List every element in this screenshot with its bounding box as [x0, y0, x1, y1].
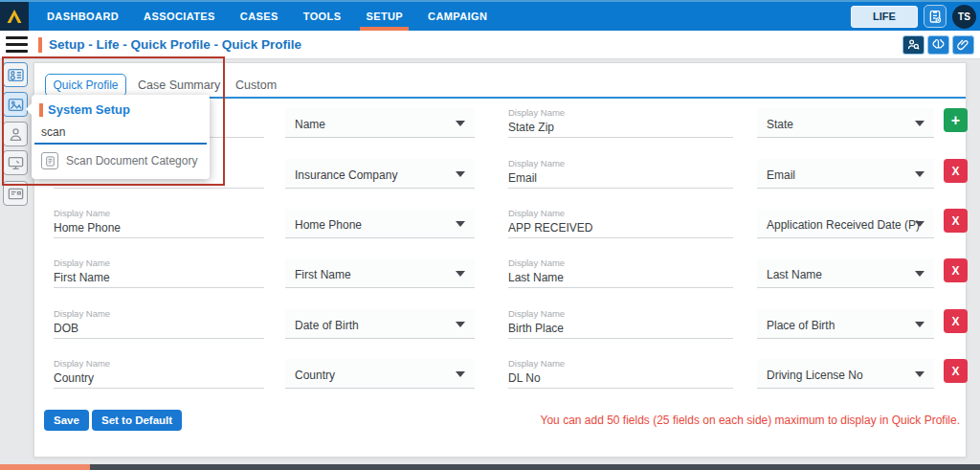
- select-value: First Name: [295, 268, 351, 281]
- display-name-field[interactable]: Display Name DL No: [508, 357, 733, 389]
- person-search-button[interactable]: [902, 35, 924, 55]
- scan-document-icon: [41, 152, 58, 169]
- display-name-field[interactable]: Display Name DOB: [54, 307, 264, 339]
- field-select[interactable]: Application Received Date (P): [757, 209, 934, 238]
- brand-a-icon: [5, 7, 24, 26]
- remove-field-button[interactable]: X: [944, 359, 968, 383]
- sidebar-item-media[interactable]: [3, 92, 28, 117]
- remove-field-button[interactable]: X: [944, 258, 968, 282]
- display-name-field[interactable]: Display Name Last Name: [508, 257, 733, 288]
- search-result-scan-document-category[interactable]: Scan Document Category: [32, 145, 210, 179]
- tab-case-summary[interactable]: Case Summary: [138, 78, 220, 92]
- field-row: Display Name Country Country Display Nam…: [34, 357, 966, 392]
- select-value: Last Name: [767, 268, 822, 281]
- nav-item-campaign[interactable]: CAMPAIGN: [415, 2, 500, 31]
- person-search-icon: [906, 37, 921, 52]
- chevron-down-icon: [915, 271, 924, 277]
- remove-field-button[interactable]: X: [944, 159, 968, 183]
- bottom-progress-bar: [0, 464, 980, 470]
- id-badge-icon: [7, 185, 25, 203]
- display-name-field[interactable]: Display Name APP RECEIVED: [508, 207, 733, 238]
- select-value: Home Phone: [295, 218, 362, 232]
- sidebar-item-associate-setup[interactable]: [3, 62, 28, 87]
- system-setup-search-input[interactable]: scan: [34, 123, 207, 145]
- nav-items: DASHBOARD ASSOCIATES CASES TOOLS SETUP C…: [34, 2, 500, 31]
- field-select[interactable]: Last Name: [757, 258, 934, 288]
- attach-button[interactable]: [952, 35, 974, 55]
- sidebar-item-workstation[interactable]: [3, 150, 28, 175]
- app-screen: DASHBOARD ASSOCIATES CASES TOOLS SETUP C…: [0, 0, 980, 470]
- popover-header: System Setup: [32, 95, 210, 120]
- popover-accent: [39, 103, 43, 117]
- field-select[interactable]: State: [757, 108, 934, 138]
- field-label: Display Name: [54, 307, 264, 319]
- add-field-button[interactable]: +: [944, 108, 968, 132]
- field-value: Email: [508, 171, 733, 185]
- display-name-field[interactable]: Display Name Country: [54, 357, 264, 389]
- photo-icon: [7, 96, 25, 114]
- field-select[interactable]: Place of Birth: [757, 309, 934, 339]
- field-label: Display Name: [508, 257, 733, 268]
- field-row: Display Name Home Phone Home Phone Displ…: [34, 207, 966, 241]
- sidebar-item-card[interactable]: [3, 181, 28, 206]
- paperclip-icon: [956, 37, 970, 52]
- chevron-down-icon: [456, 221, 465, 227]
- field-select[interactable]: Email: [757, 159, 934, 189]
- chevron-down-icon: [456, 371, 465, 377]
- user-avatar[interactable]: TS: [952, 5, 976, 29]
- sidebar-item-contact[interactable]: [3, 122, 28, 146]
- display-name-field[interactable]: Display Name First Name: [54, 257, 264, 288]
- field-label: Display Name: [54, 357, 264, 369]
- clipboard-add-button[interactable]: [924, 5, 947, 28]
- field-label: Display Name: [508, 207, 733, 218]
- display-name-field[interactable]: Display Name State Zip: [508, 106, 733, 138]
- brain-button[interactable]: [927, 35, 949, 55]
- nav-item-tools[interactable]: TOOLS: [291, 2, 354, 31]
- display-name-field[interactable]: Display Name Email: [508, 157, 733, 189]
- display-name-field[interactable]: Display Name Birth Place: [508, 307, 733, 339]
- field-select[interactable]: Insurance Company: [285, 159, 475, 189]
- chevron-down-icon: [456, 121, 465, 126]
- select-value: Insurance Company: [295, 168, 397, 182]
- remove-field-button[interactable]: X: [944, 309, 968, 333]
- field-label: Display Name: [508, 357, 733, 369]
- nav-right-cluster: LIFE TS: [851, 2, 980, 31]
- field-value: Birth Place: [508, 322, 733, 335]
- field-select[interactable]: Date of Birth: [285, 309, 475, 339]
- chevron-down-icon: [456, 322, 465, 327]
- tab-quick-profile[interactable]: Quick Profile: [45, 74, 126, 97]
- field-select[interactable]: Driving License No: [757, 359, 934, 389]
- field-select[interactable]: Country: [285, 359, 475, 389]
- nav-item-setup[interactable]: SETUP: [353, 2, 415, 31]
- field-label: Display Name: [508, 157, 733, 168]
- select-value: Place of Birth: [767, 319, 835, 332]
- monitor-icon: [7, 154, 25, 172]
- top-nav: DASHBOARD ASSOCIATES CASES TOOLS SETUP C…: [0, 0, 980, 31]
- breadcrumb-bar: Setup - Life - Quick Profile - Quick Pro…: [0, 31, 980, 59]
- hamburger-menu-icon[interactable]: [6, 36, 28, 53]
- select-value: Application Received Date (P): [767, 218, 920, 232]
- display-name-field[interactable]: Display Name Home Phone: [54, 207, 264, 238]
- field-label: Display Name: [54, 207, 264, 218]
- set-to-default-button[interactable]: Set to Default: [92, 410, 182, 431]
- select-value: State: [767, 118, 793, 131]
- brand-logo[interactable]: [0, 2, 29, 31]
- breadcrumb: Setup - Life - Quick Profile - Quick Pro…: [49, 37, 301, 52]
- person-icon: [7, 125, 25, 144]
- field-label: Display Name: [508, 307, 733, 319]
- clipboard-plus-icon: [927, 9, 943, 24]
- nav-item-associates[interactable]: ASSOCIATES: [131, 2, 228, 31]
- save-button[interactable]: Save: [44, 410, 89, 431]
- field-select[interactable]: Name: [285, 108, 475, 138]
- nav-item-dashboard[interactable]: DASHBOARD: [34, 2, 131, 31]
- nav-item-cases[interactable]: CASES: [228, 2, 291, 31]
- field-row: Display Name First Name First Name Displ…: [34, 257, 966, 291]
- chevron-down-icon: [915, 371, 924, 377]
- tab-custom[interactable]: Custom: [235, 78, 277, 92]
- life-module-button[interactable]: LIFE: [851, 6, 918, 28]
- select-value: Date of Birth: [295, 319, 359, 332]
- field-select[interactable]: First Name: [285, 258, 475, 288]
- field-select[interactable]: Home Phone: [285, 209, 475, 238]
- field-value: Home Phone: [54, 221, 264, 235]
- remove-field-button[interactable]: X: [944, 209, 968, 233]
